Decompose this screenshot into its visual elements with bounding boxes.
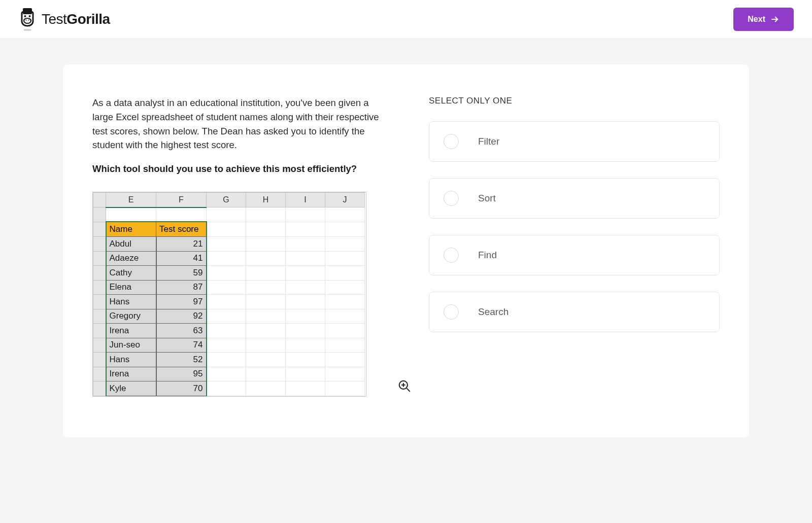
cell-name: Cathy [106, 266, 156, 281]
cell-score: 41 [156, 251, 207, 266]
answer-option-label: Search [478, 306, 509, 318]
col-header-I: I [286, 193, 325, 207]
cell-name: Adaeze [106, 251, 156, 266]
arrow-right-icon [770, 15, 780, 24]
answer-option-label: Sort [478, 193, 496, 204]
table-row: Abdul21 [93, 237, 365, 252]
table-row: Gregory92 [93, 309, 365, 324]
answer-option[interactable]: Search [429, 292, 720, 332]
cell-name: Irena [106, 367, 156, 381]
table-row: Elena87 [93, 280, 365, 295]
brand-logo: TestGorilla [18, 7, 110, 31]
col-header-E: E [106, 193, 156, 207]
brand-word-2: Gorilla [66, 11, 110, 27]
svg-point-3 [24, 18, 31, 23]
svg-point-4 [26, 20, 27, 21]
header-score: Test score [156, 222, 207, 237]
col-header-J: J [325, 193, 365, 207]
svg-point-5 [28, 20, 29, 21]
svg-point-1 [24, 15, 26, 17]
cell-name: Abdul [106, 237, 156, 252]
excel-column-headers: E F G H I J [93, 193, 365, 207]
svg-point-2 [29, 15, 31, 17]
cell-score: 92 [156, 309, 207, 324]
cell-name: Elena [106, 280, 156, 295]
excel-table: E F G H I J Name Test score Abdul21A [92, 192, 366, 397]
app-header: TestGorilla Next [0, 0, 812, 39]
radio-icon [444, 191, 459, 206]
cell-score: 59 [156, 266, 207, 281]
table-header-row: Name Test score [93, 222, 365, 237]
cell-score: 21 [156, 237, 207, 252]
question-column: As a data analyst in an educational inst… [92, 96, 383, 397]
header-name: Name [106, 222, 156, 237]
table-row: Adaeze41 [93, 251, 365, 266]
col-header-G: G [207, 193, 246, 207]
cell-score: 74 [156, 338, 207, 353]
question-card: As a data analyst in an educational inst… [63, 64, 749, 437]
table-row: Hans97 [93, 295, 365, 309]
answer-option-label: Find [478, 250, 497, 261]
next-button[interactable]: Next [733, 8, 794, 31]
cell-score: 52 [156, 353, 207, 367]
zoom-in-icon[interactable] [398, 379, 411, 395]
next-button-label: Next [748, 15, 765, 24]
table-row: Hans52 [93, 353, 365, 367]
col-header-F: F [156, 193, 207, 207]
question-prompt: Which tool should you use to achieve thi… [92, 163, 383, 175]
cell-name: Hans [106, 295, 156, 309]
col-header-H: H [246, 193, 286, 207]
radio-icon [444, 248, 459, 263]
cell-score: 95 [156, 367, 207, 381]
answer-option[interactable]: Filter [429, 121, 720, 162]
answer-option[interactable]: Sort [429, 178, 720, 219]
cell-score: 70 [156, 381, 207, 396]
brand-word-1: Test [42, 11, 66, 27]
cell-score: 97 [156, 295, 207, 309]
cell-name: Kyle [106, 381, 156, 396]
cell-score: 87 [156, 280, 207, 295]
cell-name: Irena [106, 324, 156, 338]
spreadsheet-image: E F G H I J Name Test score Abdul21A [92, 192, 366, 397]
gorilla-icon [18, 7, 37, 31]
answer-option[interactable]: Find [429, 235, 720, 275]
cell-name: Gregory [106, 309, 156, 324]
cell-score: 63 [156, 324, 207, 338]
table-row: Cathy59 [93, 266, 365, 281]
table-row: Irena63 [93, 324, 365, 338]
cell-name: Hans [106, 353, 156, 367]
answers-column: SELECT ONLY ONE FilterSortFindSearch [429, 96, 720, 397]
answer-option-label: Filter [478, 136, 499, 147]
svg-line-8 [407, 388, 410, 392]
brand-name: TestGorilla [42, 11, 110, 27]
cell-name: Jun-seo [106, 338, 156, 353]
table-row: Kyle70 [93, 381, 365, 396]
radio-icon [444, 134, 459, 149]
radio-icon [444, 304, 459, 320]
table-row: Jun-seo74 [93, 338, 365, 353]
question-body: As a data analyst in an educational inst… [92, 96, 383, 152]
answers-instruction: SELECT ONLY ONE [429, 96, 720, 106]
table-row: Irena95 [93, 367, 365, 381]
